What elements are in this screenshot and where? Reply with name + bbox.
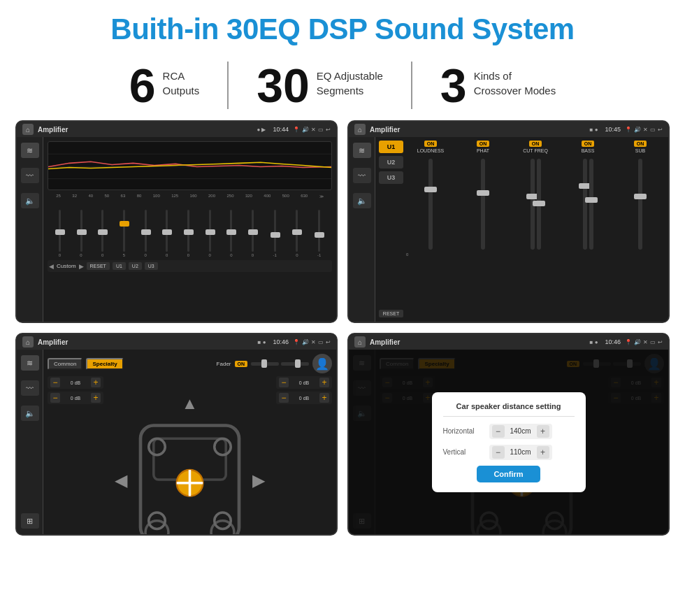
home-icon-2[interactable]: [354, 124, 366, 135]
sidebar-wave-icon[interactable]: 〰: [21, 168, 39, 183]
db-plus-fl[interactable]: +: [91, 378, 101, 387]
fader-h-slider-2[interactable]: [281, 362, 309, 366]
on-badge-loudness[interactable]: ON: [424, 141, 438, 147]
eq-slider-2[interactable]: 0: [101, 210, 103, 257]
minimize-icon-3: ▭: [318, 339, 324, 345]
app-name-4: Amplifier: [370, 338, 586, 346]
app-name-1: Amplifier: [38, 126, 252, 134]
u2-preset[interactable]: U2: [379, 156, 403, 169]
eq-slider-11[interactable]: 0: [296, 210, 298, 257]
horizontal-label: Horizontal: [443, 427, 485, 435]
dialog-horizontal-row: Horizontal − 140cm +: [443, 424, 575, 439]
dialog-title: Car speaker distance setting: [443, 402, 575, 417]
location-icon: 📍: [293, 127, 300, 133]
eq-slider-8[interactable]: 0: [230, 210, 232, 257]
fader-content: Common Specialty Fader ON 👤 −: [43, 350, 336, 534]
db-row-fl: − 0 dB +: [48, 376, 103, 389]
u1-btn-1[interactable]: U1: [113, 262, 126, 270]
sidebar-wave-icon-3[interactable]: 〰: [21, 380, 39, 396]
fader-label: Fader: [217, 361, 231, 367]
home-icon-3[interactable]: [22, 336, 34, 348]
db-minus-fr[interactable]: −: [279, 378, 289, 387]
u3-preset[interactable]: U3: [379, 171, 403, 184]
db-minus-fr2[interactable]: −: [279, 393, 289, 403]
db-plus-fr[interactable]: +: [319, 378, 329, 387]
horizontal-minus-btn[interactable]: −: [492, 425, 505, 438]
sidebar-speaker-icon[interactable]: 🔈: [21, 193, 39, 208]
on-badge-sub[interactable]: ON: [634, 141, 647, 147]
eq-slider-1[interactable]: 0: [80, 210, 82, 257]
phat-slider[interactable]: [481, 159, 485, 250]
horizontal-plus-btn[interactable]: +: [537, 425, 549, 438]
eq-slider-10[interactable]: -1: [273, 210, 277, 257]
u2-btn-1[interactable]: U2: [129, 262, 142, 270]
vertical-plus-btn[interactable]: +: [537, 446, 549, 459]
status-time-2: 10:45: [605, 126, 621, 133]
eq-slider-7[interactable]: 0: [208, 210, 210, 257]
sidebar-speaker-icon-3[interactable]: 🔈: [21, 406, 39, 421]
db-minus-fl[interactable]: −: [50, 378, 60, 387]
stat-rca-text: RCA Outputs: [163, 62, 200, 98]
eq-slider-9[interactable]: 0: [252, 210, 254, 257]
eq-slider-3[interactable]: 5: [123, 210, 125, 257]
sidebar-eq-icon-3[interactable]: ≋: [21, 355, 39, 371]
vertical-minus-btn[interactable]: −: [492, 446, 505, 459]
sidebar-speaker-icon-2[interactable]: 🔈: [353, 193, 371, 208]
status-icons-3: 📍 🔊 ✕ ▭ ↩: [293, 339, 331, 345]
reset-btn-2[interactable]: RESET: [379, 310, 403, 317]
stat-crossover: 3 Kinds of Crossover Modes: [412, 62, 584, 109]
u3-btn-1[interactable]: U3: [145, 262, 158, 270]
svg-text:▲: ▲: [182, 394, 198, 413]
bass-f-slider[interactable]: [583, 159, 587, 250]
db-plus-fr2[interactable]: +: [319, 393, 329, 403]
sidebar-eq-icon[interactable]: ≋: [21, 143, 39, 158]
sidebar-bottom-icon-3[interactable]: ⊞: [21, 513, 39, 529]
bass-g-slider[interactable]: [589, 159, 593, 250]
u-presets: U1 U2 U3 RESET: [379, 141, 403, 318]
fader-h-slider-1[interactable]: [251, 362, 279, 366]
svg-point-11: [215, 438, 231, 455]
loudness-slider[interactable]: [428, 159, 433, 250]
sidebar-wave-icon-2[interactable]: 〰: [353, 168, 371, 183]
next-icon[interactable]: ▶: [79, 263, 84, 270]
on-badge-phat[interactable]: ON: [477, 141, 490, 147]
cross-sub: ON SUB: [616, 141, 665, 318]
status-bar-4: Amplifier ■ ● 10:46 📍 🔊 ✕ ▭ ↩: [349, 334, 668, 350]
sub-slider[interactable]: [638, 159, 642, 250]
db-plus-fl2[interactable]: +: [91, 393, 101, 403]
horizontal-value: 140cm: [507, 427, 534, 435]
eq-content: 25 32 40 50 63 80 100 125 160 200 250 32…: [43, 137, 336, 322]
home-icon-4[interactable]: [354, 336, 366, 348]
cutfreq-g-slider[interactable]: [537, 159, 541, 250]
home-icon[interactable]: [22, 124, 34, 135]
vertical-stepper: − 110cm +: [489, 445, 552, 460]
eq-slider-12[interactable]: -1: [317, 210, 321, 257]
u1-preset[interactable]: U1: [379, 141, 403, 153]
fader-sliders-h: [251, 362, 309, 366]
confirm-button[interactable]: Confirm: [477, 466, 540, 482]
stat-crossover-number: 3: [440, 62, 467, 109]
eq-slider-6[interactable]: 0: [187, 210, 189, 257]
stat-eq-number: 30: [257, 62, 310, 109]
tab-common[interactable]: Common: [48, 358, 82, 370]
fader-on-badge[interactable]: ON: [235, 361, 248, 367]
svg-text:◀: ◀: [115, 471, 128, 489]
status-icons-4: 📍 🔊 ✕ ▭ ↩: [625, 339, 663, 345]
on-badge-cutfreq[interactable]: ON: [529, 141, 542, 147]
cross-phat: ON PHAT: [459, 141, 507, 318]
fader-center: ▲ ▼ ◀ ▶: [108, 376, 272, 536]
eq-slider-0[interactable]: 0: [59, 210, 61, 257]
reset-btn-1[interactable]: RESET: [87, 262, 110, 270]
tab-specialty[interactable]: Specialty: [86, 358, 123, 370]
status-time-3: 10:46: [273, 338, 289, 345]
eq-slider-4[interactable]: 0: [144, 210, 146, 257]
sidebar-eq-icon-2[interactable]: ≋: [353, 143, 371, 158]
prev-icon[interactable]: ◀: [49, 263, 54, 270]
horizontal-stepper: − 140cm +: [489, 424, 552, 439]
left-sidebar-1: ≋ 〰 🔈: [17, 137, 43, 322]
db-row-fr: − 0 dB +: [276, 376, 332, 389]
eq-slider-5[interactable]: 0: [166, 210, 168, 257]
db-minus-fl2[interactable]: −: [50, 393, 60, 403]
back-icon-2: ↩: [658, 127, 663, 133]
on-badge-bass[interactable]: ON: [582, 141, 595, 147]
